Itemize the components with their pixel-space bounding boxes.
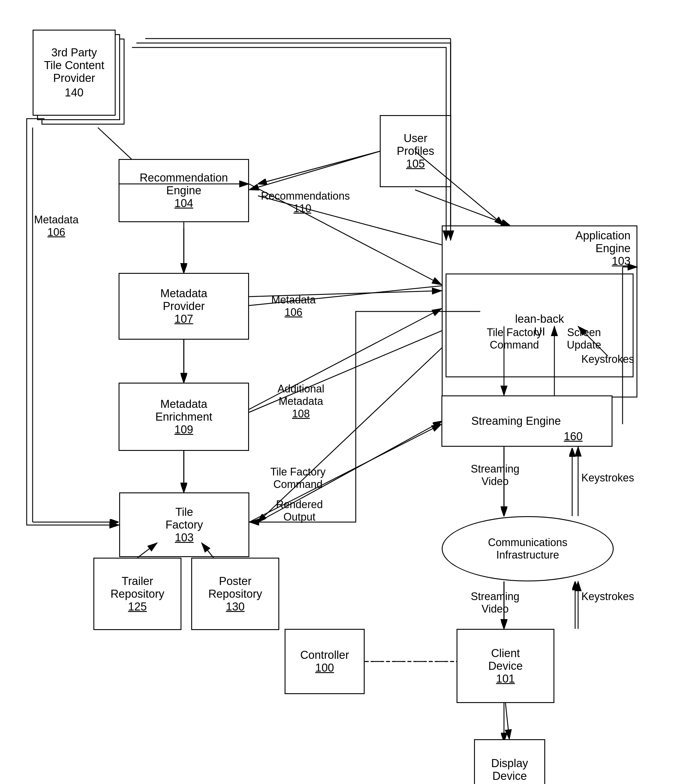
controller-box: Controller 100 bbox=[285, 629, 365, 694]
rec-engine-num: 104 bbox=[174, 197, 193, 210]
third-party-label: 3rd Party Tile Content Provider bbox=[44, 46, 104, 84]
label-streaming-video-a: StreamingVideo bbox=[468, 463, 522, 488]
tile-factory-num: 103 bbox=[175, 531, 194, 544]
poster-repository-box: PosterRepository 130 bbox=[191, 558, 279, 630]
metadata-provider-num: 107 bbox=[174, 313, 193, 326]
metadata-enrichment-box: MetadataEnrichment 109 bbox=[118, 383, 249, 451]
user-profiles-label: UserProfiles bbox=[397, 132, 434, 157]
display-device-box: DisplayDevice 102 bbox=[474, 739, 545, 784]
label-tile-factory-command-a: Tile FactoryCommand bbox=[261, 466, 335, 491]
label-recommendations-110: Recommendations 110 bbox=[261, 190, 344, 215]
label-screen-update: ScreenUpdate bbox=[554, 326, 614, 351]
svg-line-52 bbox=[505, 703, 509, 739]
user-profiles-num: 105 bbox=[406, 157, 425, 170]
diagram: 3rd Party Tile Content Provider 140 User… bbox=[0, 0, 678, 784]
client-device-num: 101 bbox=[496, 672, 515, 685]
client-device-box: ClientDevice 101 bbox=[457, 629, 554, 703]
label-keystrokes-a: Keystrokes bbox=[581, 353, 634, 365]
svg-line-6 bbox=[258, 151, 380, 184]
user-profiles-box: UserProfiles 105 bbox=[380, 115, 451, 187]
metadata-enrichment-num: 109 bbox=[174, 423, 193, 436]
app-engine-num: 103 bbox=[575, 255, 631, 268]
rec-engine-label: RecommendationEngine bbox=[140, 171, 228, 197]
recommendation-engine-box: RecommendationEngine 104 bbox=[118, 159, 249, 222]
metadata-provider-label: MetadataProvider bbox=[160, 287, 207, 313]
label-metadata-106b: Metadata 106 bbox=[261, 294, 326, 319]
streaming-engine-box: Streaming Engine 160 bbox=[442, 396, 613, 447]
client-device-label: ClientDevice bbox=[488, 647, 522, 672]
label-keystrokes-c: Keystrokes bbox=[581, 590, 634, 603]
label-keystrokes-b: Keystrokes bbox=[581, 472, 634, 484]
comms-infra-label: CommunicationsInfrastructure bbox=[488, 536, 568, 561]
third-party-num: 140 bbox=[65, 86, 83, 99]
metadata-provider-box: MetadataProvider 107 bbox=[118, 273, 249, 340]
svg-line-5 bbox=[415, 190, 510, 226]
display-device-num: 102 bbox=[500, 782, 519, 784]
label-metadata-106a: Metadata 106 bbox=[30, 214, 83, 238]
poster-repo-label: PosterRepository bbox=[208, 575, 262, 600]
label-streaming-video-b: StreamingVideo bbox=[468, 590, 522, 615]
display-device-label: DisplayDevice bbox=[491, 757, 528, 782]
application-engine-box: Application Engine 103 lean-backUI bbox=[442, 226, 638, 397]
svg-line-33 bbox=[249, 151, 380, 190]
metadata-enrichment-label: MetadataEnrichment bbox=[156, 398, 212, 423]
trailer-repo-num: 125 bbox=[128, 600, 147, 613]
app-engine-title: Application bbox=[575, 229, 631, 242]
third-party-stack: 3rd Party Tile Content Provider 140 bbox=[33, 30, 121, 128]
label-rendered-output: RenderedOutput bbox=[267, 498, 332, 523]
trailer-repository-box: TrailerRepository 125 bbox=[93, 558, 182, 630]
communications-infra-ellipse: CommunicationsInfrastructure bbox=[442, 516, 614, 581]
streaming-engine-num: 160 bbox=[564, 430, 583, 443]
controller-num: 100 bbox=[315, 661, 334, 674]
trailer-repo-label: TrailerRepository bbox=[110, 575, 165, 600]
tile-factory-box: TileFactory 103 bbox=[119, 493, 249, 557]
poster-repo-num: 130 bbox=[226, 600, 244, 613]
label-additional-metadata-108: AdditionalMetadata 108 bbox=[261, 383, 341, 420]
streaming-engine-label: Streaming Engine bbox=[471, 415, 561, 427]
tile-factory-label: TileFactory bbox=[165, 506, 203, 531]
controller-label: Controller bbox=[300, 649, 349, 661]
label-tile-factory-command-b: Tile FactoryCommand bbox=[477, 326, 551, 351]
